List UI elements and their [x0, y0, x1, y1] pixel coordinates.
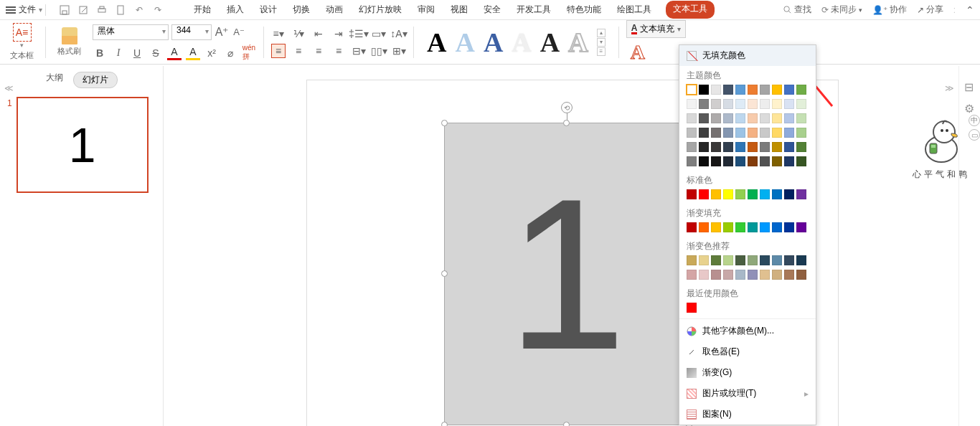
- color-swatch[interactable]: [735, 85, 745, 95]
- color-swatch[interactable]: [699, 255, 709, 265]
- color-swatch[interactable]: [735, 255, 745, 265]
- share-button[interactable]: ↗分享: [917, 4, 943, 16]
- textbox-button[interactable]: A≡ ▾: [13, 23, 32, 49]
- increase-font-icon[interactable]: A⁺: [215, 25, 229, 39]
- tab-view[interactable]: 视图: [449, 1, 469, 19]
- color-swatch[interactable]: [784, 270, 794, 280]
- bold-button[interactable]: B: [93, 46, 107, 60]
- columns2-button[interactable]: ▯▯▾: [372, 44, 386, 58]
- color-swatch[interactable]: [784, 222, 794, 232]
- color-swatch[interactable]: [723, 142, 733, 152]
- color-swatch[interactable]: [796, 142, 806, 152]
- color-swatch[interactable]: [748, 270, 758, 280]
- color-swatch[interactable]: [735, 222, 745, 232]
- wordart-style-1[interactable]: A: [427, 27, 446, 58]
- color-swatch[interactable]: [711, 156, 721, 166]
- align-right-button[interactable]: ≡: [311, 44, 326, 58]
- color-swatch[interactable]: [760, 128, 770, 138]
- tab-insert[interactable]: 插入: [225, 1, 245, 19]
- color-swatch[interactable]: [723, 128, 733, 138]
- text-fill-button[interactable]: A 文本填充 ▾: [626, 20, 687, 38]
- color-swatch[interactable]: [711, 222, 721, 232]
- color-swatch[interactable]: [784, 99, 794, 109]
- color-swatch[interactable]: [784, 128, 794, 138]
- color-swatch[interactable]: [772, 222, 782, 232]
- text-direction-button[interactable]: ↕A▾: [392, 27, 406, 41]
- color-swatch[interactable]: [760, 142, 770, 152]
- increase-indent-button[interactable]: ⇥: [331, 27, 346, 41]
- resize-handle[interactable]: [441, 422, 448, 426]
- color-swatch[interactable]: [699, 113, 709, 123]
- color-swatch[interactable]: [711, 270, 721, 280]
- rotate-handle-icon[interactable]: ⟲: [561, 102, 573, 113]
- color-swatch[interactable]: [687, 128, 697, 138]
- color-swatch[interactable]: [772, 99, 782, 109]
- color-swatch[interactable]: [723, 99, 733, 109]
- undo-icon[interactable]: ↶: [133, 4, 145, 16]
- color-swatch[interactable]: [796, 128, 806, 138]
- line-spacing-button[interactable]: ‡☰▾: [352, 27, 366, 41]
- color-swatch[interactable]: [772, 128, 782, 138]
- color-swatch[interactable]: [735, 270, 745, 280]
- color-swatch[interactable]: [748, 142, 758, 152]
- tab-design[interactable]: 设计: [258, 1, 278, 19]
- color-swatch[interactable]: [748, 189, 758, 199]
- highlight-button[interactable]: A: [186, 46, 200, 60]
- color-swatch[interactable]: [760, 189, 770, 199]
- color-swatch[interactable]: [760, 85, 770, 95]
- color-swatch[interactable]: [784, 142, 794, 152]
- color-swatch[interactable]: [711, 142, 721, 152]
- collapse-right-icon[interactable]: ≫: [945, 83, 954, 93]
- color-swatch[interactable]: [723, 270, 733, 280]
- align-center-button[interactable]: ≡: [291, 44, 306, 58]
- gallery-prev-icon[interactable]: ▴: [597, 29, 606, 37]
- collab-button[interactable]: 👤⁺协作: [872, 4, 907, 16]
- color-swatch[interactable]: [699, 270, 709, 280]
- color-swatch[interactable]: [760, 222, 770, 232]
- gallery-next-icon[interactable]: ▾: [597, 38, 606, 47]
- superscript-button[interactable]: x²: [204, 46, 219, 60]
- color-swatch[interactable]: [687, 255, 697, 265]
- color-swatch[interactable]: [796, 113, 806, 123]
- italic-button[interactable]: I: [111, 46, 126, 60]
- color-swatch[interactable]: [735, 189, 745, 199]
- tab-security[interactable]: 安全: [482, 1, 502, 19]
- color-swatch[interactable]: [699, 189, 709, 199]
- color-swatch[interactable]: [723, 156, 733, 166]
- gallery-more-icon[interactable]: ≡: [597, 47, 606, 56]
- color-swatch[interactable]: [699, 142, 709, 152]
- collapse-ribbon-icon[interactable]: ⌃: [966, 4, 974, 16]
- color-swatch[interactable]: [687, 189, 697, 199]
- color-swatch[interactable]: [687, 142, 697, 152]
- doc-icon[interactable]: [115, 4, 126, 16]
- color-swatch[interactable]: [699, 85, 709, 95]
- print-icon[interactable]: [96, 4, 108, 16]
- color-swatch[interactable]: [687, 303, 697, 313]
- color-swatch[interactable]: [711, 189, 721, 199]
- color-swatch[interactable]: [748, 113, 758, 123]
- color-swatch[interactable]: [735, 99, 745, 109]
- search-button[interactable]: 查找: [783, 4, 811, 16]
- color-swatch[interactable]: [760, 156, 770, 166]
- tab-special[interactable]: 特色功能: [565, 1, 603, 19]
- clear-format-button[interactable]: ⌀: [223, 46, 237, 60]
- color-swatch[interactable]: [699, 128, 709, 138]
- color-swatch[interactable]: [784, 113, 794, 123]
- resize-handle[interactable]: [441, 120, 448, 126]
- color-swatch[interactable]: [687, 113, 697, 123]
- color-swatch[interactable]: [687, 270, 697, 280]
- print-preview-icon[interactable]: [77, 4, 89, 16]
- color-swatch[interactable]: [772, 189, 782, 199]
- canvas-area[interactable]: 1 ⟲: [164, 66, 936, 426]
- strikethrough-button[interactable]: S: [149, 46, 163, 60]
- color-swatch[interactable]: [772, 255, 782, 265]
- tab-transition[interactable]: 切换: [291, 1, 311, 19]
- color-swatch[interactable]: [796, 270, 806, 280]
- selected-textbox[interactable]: 1 ⟲: [445, 123, 689, 425]
- tab-animation[interactable]: 动画: [324, 1, 344, 19]
- phonetic-button[interactable]: wén拼: [242, 46, 256, 60]
- color-swatch[interactable]: [748, 128, 758, 138]
- resize-handle[interactable]: [563, 120, 570, 126]
- wordart-style-3[interactable]: A: [484, 27, 503, 58]
- color-swatch[interactable]: [748, 99, 758, 109]
